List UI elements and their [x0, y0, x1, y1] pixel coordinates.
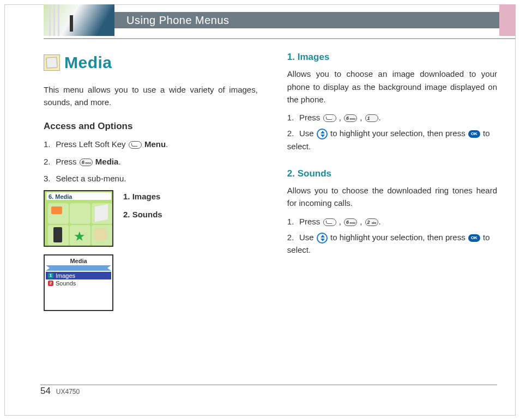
period: .	[166, 139, 168, 149]
accent-strip	[499, 4, 516, 36]
grid-cell-icon	[48, 225, 69, 246]
ok-key-icon	[468, 234, 480, 242]
images-step-1: 1. Press , , .	[287, 111, 497, 124]
header-photo	[44, 4, 114, 36]
step-number: 2.	[287, 231, 297, 244]
step-number: 2.	[287, 127, 297, 139]
content-area: Media This menu allows you to use a wide…	[44, 50, 497, 371]
header-rule	[44, 38, 516, 39]
chapter-title: Using Phone Menus	[126, 12, 229, 29]
key-1-icon	[365, 114, 378, 122]
page-number: 54	[40, 386, 51, 396]
key-6-icon	[344, 114, 357, 122]
step-number: 2.	[44, 155, 53, 168]
step-text: Press	[56, 157, 76, 166]
sounds-heading: 2. Sounds	[287, 167, 497, 181]
step-number: 3.	[44, 172, 53, 185]
grid-cell-icon	[92, 225, 112, 246]
left-soft-key-icon	[129, 141, 142, 149]
media-icon	[44, 54, 60, 71]
step-number: 1.	[287, 111, 297, 124]
submenu-item: 1. Images	[123, 190, 162, 203]
access-step-2: 2. Press Media.	[44, 155, 258, 168]
key-2-icon	[365, 218, 378, 226]
nav-key-icon	[317, 129, 328, 139]
ok-key-icon	[468, 130, 480, 138]
screenshot-title: Media	[46, 257, 111, 265]
sep: ,	[358, 113, 365, 122]
row-label: Sounds	[56, 279, 76, 288]
step-bold: Media	[95, 157, 119, 166]
step-text: Press Left Soft Key	[56, 139, 125, 149]
step-text: Select a sub-menu.	[56, 174, 126, 183]
grid-cell-icon	[92, 203, 112, 224]
nav-key-icon	[317, 233, 328, 244]
grid-cell-icon	[70, 203, 90, 224]
key-6-icon	[344, 218, 357, 226]
access-step-1: 1. Press Left Soft Key Menu.	[44, 138, 258, 150]
step-text: Press	[299, 113, 320, 122]
step-bold: Menu	[144, 139, 166, 149]
left-column: Media This menu allows you to use a wide…	[44, 50, 258, 371]
left-soft-key-icon	[323, 218, 336, 226]
images-desc: Allows you to choose an image downloaded…	[287, 68, 497, 106]
media-heading: Media	[64, 50, 112, 76]
access-heading: Access and Options	[44, 119, 258, 133]
screenshot-media-grid: 6. Media	[44, 190, 113, 247]
period: .	[379, 113, 381, 122]
submenu-item: 2. Sounds	[123, 208, 162, 221]
grid-cell-icon	[48, 203, 69, 224]
page-header: Using Phone Menus	[44, 4, 516, 36]
media-intro: This menu allows you to use a wide varie…	[44, 83, 258, 109]
sep: ,	[337, 113, 344, 122]
key-6-icon	[80, 159, 93, 166]
chapter-title-bar: Using Phone Menus	[113, 12, 516, 28]
sounds-desc: Allows you to choose the downloaded ring…	[287, 184, 497, 210]
sounds-step-2: 2. Use to highlight your selection, then…	[287, 231, 497, 257]
step-number: 1.	[44, 138, 53, 150]
step-text: Use	[299, 233, 314, 242]
row-badge-icon: 2	[48, 281, 53, 286]
row-badge-icon: 1	[48, 273, 53, 278]
model-number: UX4750	[56, 388, 80, 395]
grid-cell-icon	[70, 225, 90, 246]
screenshot-title: 6. Media	[46, 192, 111, 200]
step-text: to highlight your selection, then press	[330, 129, 465, 138]
step-number: 1.	[287, 215, 297, 228]
footer-rule	[40, 385, 497, 385]
screenshot-row-sounds: 2 Sounds	[46, 279, 111, 287]
screenshot-media-list: Media 1 Images 2 Sounds	[44, 254, 113, 311]
step-text: to highlight your selection, then press	[330, 233, 465, 242]
images-heading: 1. Images	[287, 50, 497, 64]
left-soft-key-icon	[323, 114, 336, 122]
sep: ,	[337, 217, 344, 226]
access-steps: 1. Press Left Soft Key Menu. 2. Press Me…	[44, 138, 258, 185]
footer: 54 UX4750	[40, 384, 80, 398]
step-text: Press	[299, 217, 320, 226]
step-text: Use	[299, 129, 314, 138]
submenu-list: 1. Images 2. Sounds	[123, 190, 162, 247]
screenshot-row: 6. Media 1. Images 2. Sounds	[44, 190, 258, 247]
media-heading-row: Media	[44, 50, 258, 76]
period: .	[118, 157, 120, 166]
sounds-step-1: 1. Press , , .	[287, 215, 497, 228]
period: .	[379, 217, 381, 226]
images-step-2: 2. Use to highlight your selection, then…	[287, 127, 497, 153]
sep: ,	[358, 217, 365, 226]
screenshot-tab-bar	[46, 265, 111, 271]
right-column: 1. Images Allows you to choose an image …	[287, 50, 497, 371]
access-step-3: 3. Select a sub-menu.	[44, 172, 258, 185]
